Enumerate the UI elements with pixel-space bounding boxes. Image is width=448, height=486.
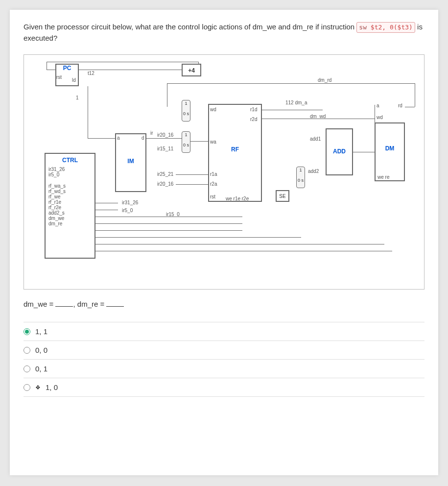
rf-r2a: r2a <box>210 181 217 187</box>
option-1-0[interactable]: ❖ 1, 0 <box>24 378 424 397</box>
wire <box>88 138 115 139</box>
im-label: IM <box>116 158 145 165</box>
pc-tap1: 1 <box>76 95 79 100</box>
question-pre: Given the processor circuit below, what … <box>24 23 356 31</box>
wire <box>47 70 55 70</box>
dm-rd-net: dm_rd <box>318 77 331 83</box>
mux-add2: 1 0 s <box>296 167 305 188</box>
pc-ld: ld <box>72 77 76 83</box>
add1-label: add1 <box>310 136 321 142</box>
option-1-1[interactable]: 1, 1 <box>24 322 424 340</box>
wire <box>176 184 208 185</box>
ctrl-out-1: rf_wd_s <box>48 189 92 194</box>
ctrl-out-5: add2_s <box>48 210 92 216</box>
ctrl-out-2: rf_we <box>48 194 92 199</box>
bits-ir31-26: ir31_26 <box>122 200 138 205</box>
wire <box>167 83 167 107</box>
wire <box>47 62 198 62</box>
wire <box>146 138 182 139</box>
wire <box>375 105 375 122</box>
rf-label: RF <box>209 146 261 153</box>
wire <box>95 230 242 231</box>
answer-lhs: dm_we = <box>24 300 55 308</box>
option-label: 0, 0 <box>35 346 47 354</box>
pc-rst: rst <box>56 74 62 80</box>
wire <box>190 141 208 142</box>
ctrl-out-7: dm_re <box>48 221 92 226</box>
cursor-icon: ❖ <box>35 384 41 391</box>
ctrl-out-0: rf_wa_s <box>48 183 92 189</box>
rf-wa: wa <box>210 139 216 145</box>
ctrl-out-6: dm_we <box>48 216 92 221</box>
option-0-1[interactable]: 0, 1 <box>24 359 424 378</box>
rf-rst: rst <box>210 194 215 199</box>
wire <box>95 217 242 217</box>
mux-one: 1 <box>182 132 190 138</box>
bits-ir15-11: ir15_11 <box>157 146 173 151</box>
block-ctrl: CTRL ir31_26 ir5_0 rf_wa_s rf_wd_s rf_we… <box>45 153 95 259</box>
dma-label: 112 dm_a <box>285 100 307 105</box>
ctrl-out-3: rf_r1e <box>48 199 92 205</box>
mux-one: 1 <box>297 168 305 173</box>
question-text: Given the processor circuit below, what … <box>24 22 424 44</box>
mux-one: 1 <box>182 101 190 106</box>
blank-1 <box>55 300 73 307</box>
option-label: 1, 1 <box>35 327 47 336</box>
dm-wd-port: wd <box>377 115 383 120</box>
dm-a: a <box>377 103 379 108</box>
bits-ir20-16: ir20_16 <box>157 132 173 138</box>
dm-rd-port: rd <box>398 103 402 108</box>
wire <box>79 70 182 70</box>
bits-ir5-0: ir5_0 <box>122 208 133 213</box>
instruction-keyword: sw <box>359 24 367 31</box>
wire <box>95 244 384 244</box>
bits-ir25-21: ir25_21 <box>157 171 173 177</box>
wire <box>167 83 415 84</box>
radio-icon[interactable] <box>24 347 30 354</box>
wire <box>405 107 415 107</box>
wire <box>176 174 208 175</box>
ctrl-in2: ir5_0 <box>48 172 92 177</box>
page-card: Given the processor circuit below, what … <box>10 10 438 475</box>
wire <box>95 210 118 210</box>
rf-r1a: r1a <box>210 171 217 177</box>
wire <box>88 86 88 138</box>
wire <box>198 62 199 65</box>
im-ir: ir <box>150 130 153 136</box>
dm-label: DM <box>376 145 404 152</box>
wire <box>95 237 301 238</box>
wire <box>262 119 375 119</box>
mux-zero-s: 0 s <box>182 111 190 117</box>
im-d: d <box>141 135 144 141</box>
add2-label: add2 <box>308 169 319 174</box>
mux-zero-s: 0 s <box>182 143 190 148</box>
option-list: 1, 1 0, 0 0, 1 ❖ 1, 0 <box>24 322 424 397</box>
im-a: a <box>117 135 120 141</box>
bits-ir20-16b: ir20_16 <box>157 181 173 187</box>
wire <box>95 203 118 203</box>
wire <box>95 251 392 251</box>
wire <box>95 223 242 224</box>
rf-r2d: r2d <box>250 117 257 122</box>
radio-icon[interactable] <box>24 328 30 335</box>
wire <box>47 62 47 70</box>
block-add: ADD <box>326 128 353 175</box>
pc-tap-t12: t12 <box>88 71 94 76</box>
pc-label: PC <box>63 65 71 72</box>
wire <box>353 152 375 152</box>
block-plus4: +4 <box>182 64 201 76</box>
radio-icon[interactable] <box>24 384 30 391</box>
answer-mid: , dm_re = <box>73 300 106 308</box>
processor-diagram: PC rst ld 1 +4 t12 IM a d ir CTRL ir31_2… <box>24 54 424 290</box>
add-label: ADD <box>327 148 352 155</box>
ctrl-out-4: rf_r2e <box>48 205 92 210</box>
option-0-0[interactable]: 0, 0 <box>24 340 424 359</box>
blank-2 <box>106 300 124 307</box>
wire <box>262 110 323 110</box>
mux-wd: 1 0 s <box>182 100 190 122</box>
mux-zero-s: 0 s <box>297 178 305 183</box>
option-label: 1, 0 <box>46 383 58 391</box>
rf-r1d: r1d <box>250 107 257 112</box>
radio-icon[interactable] <box>24 365 30 372</box>
mux-wa: 1 0 s <box>182 131 190 153</box>
